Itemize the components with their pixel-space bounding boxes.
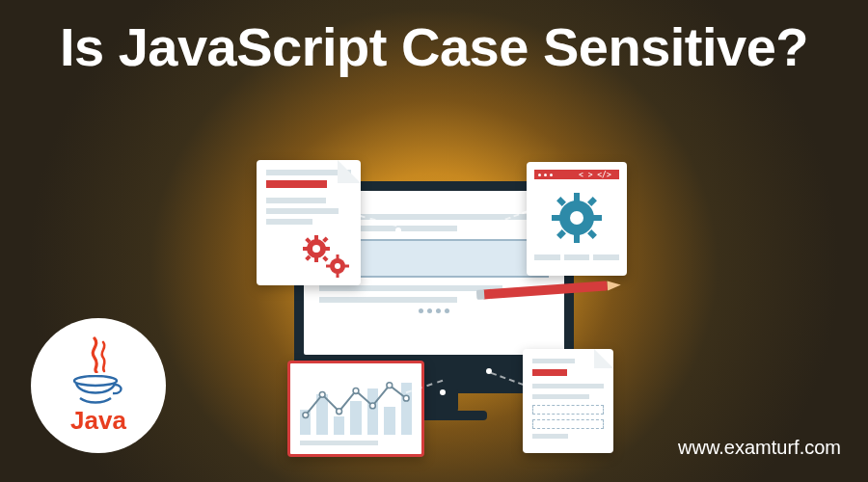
code-brackets-icon: < > </> bbox=[534, 170, 619, 179]
svg-rect-14 bbox=[337, 273, 339, 278]
code-gear-card: < > </> bbox=[527, 162, 627, 276]
svg-rect-10 bbox=[322, 255, 328, 261]
svg-point-2 bbox=[312, 245, 320, 253]
svg-rect-13 bbox=[337, 254, 339, 259]
svg-rect-4 bbox=[314, 256, 318, 262]
svg-point-32 bbox=[370, 403, 376, 409]
svg-point-19 bbox=[570, 211, 583, 225]
watermark-url: www.examturf.com bbox=[678, 437, 841, 459]
java-logo-text: Java bbox=[70, 406, 126, 436]
svg-rect-23 bbox=[592, 215, 602, 221]
line-chart-icon bbox=[300, 373, 412, 435]
document-gears-card bbox=[257, 160, 361, 285]
svg-point-29 bbox=[319, 391, 325, 397]
java-steam-icon bbox=[79, 336, 118, 373]
analytics-chart-card bbox=[287, 361, 424, 457]
svg-rect-16 bbox=[344, 265, 349, 268]
svg-rect-15 bbox=[326, 265, 331, 268]
svg-rect-6 bbox=[324, 247, 330, 251]
hero-illustration: < > </> bbox=[231, 162, 637, 451]
svg-point-33 bbox=[387, 383, 393, 388]
svg-rect-27 bbox=[587, 229, 597, 239]
java-cup-icon bbox=[70, 375, 126, 404]
svg-rect-5 bbox=[303, 247, 309, 251]
gears-icon bbox=[299, 233, 353, 280]
svg-rect-26 bbox=[556, 229, 566, 239]
svg-point-28 bbox=[303, 413, 309, 418]
gear-icon bbox=[548, 189, 606, 247]
svg-rect-3 bbox=[314, 235, 318, 241]
svg-rect-8 bbox=[322, 236, 328, 242]
svg-text:< > </>: < > </> bbox=[579, 171, 611, 178]
svg-rect-21 bbox=[574, 233, 580, 243]
svg-point-0 bbox=[74, 376, 117, 386]
svg-rect-20 bbox=[574, 193, 580, 202]
java-logo: Java bbox=[31, 318, 166, 453]
svg-point-30 bbox=[337, 409, 342, 415]
svg-point-12 bbox=[335, 263, 340, 269]
svg-rect-22 bbox=[552, 215, 561, 221]
page-title: Is JavaScript Case Sensitive? bbox=[0, 17, 868, 77]
svg-point-31 bbox=[353, 388, 359, 394]
svg-point-34 bbox=[403, 395, 409, 401]
svg-rect-25 bbox=[587, 197, 597, 206]
svg-rect-24 bbox=[556, 197, 566, 206]
document-card bbox=[523, 349, 613, 453]
